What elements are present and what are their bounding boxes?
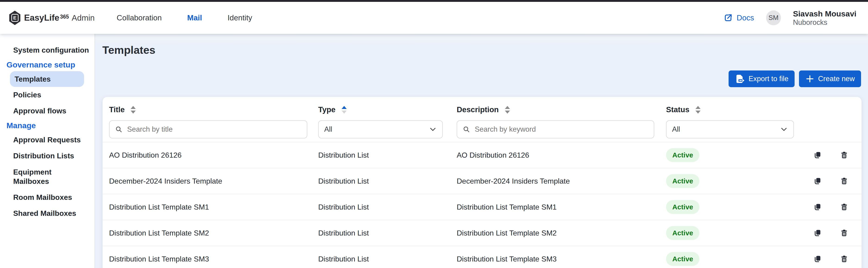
sidebar-item-approval-flows[interactable]: Approval flows [0,103,94,119]
trash-icon [840,229,848,237]
docs-link[interactable]: Docs [723,13,754,23]
brand-hexagon-icon: E [9,11,20,25]
sidebar-item-room-mailboxes[interactable]: Room Mailboxes [0,189,94,205]
status-badge: Active [666,200,700,214]
cell-description: December-2024 Insiders Template [457,177,666,185]
copy-icon [813,151,821,159]
cell-title: Distribution List Template SM3 [109,255,318,263]
tab-mail[interactable]: Mail [187,13,202,22]
sidebar-item-shared-mailboxes[interactable]: Shared Mailboxes [0,205,94,221]
description-search-input[interactable] [474,125,648,134]
user-name: Siavash Mousavi [793,9,857,18]
delete-button[interactable] [840,229,848,237]
copy-icon [813,177,821,185]
cell-type: Distribution List [318,151,457,159]
row-actions [796,203,862,211]
cell-description: Distribution List Template SM1 [457,203,666,211]
top-window-strip [0,0,868,2]
copy-button[interactable] [813,229,821,237]
row-actions [796,177,862,185]
cell-type: Distribution List [318,255,457,263]
table-row[interactable]: AO Distribution 26126Distribution ListAO… [102,142,862,168]
sort-icon [505,106,510,114]
title-search-box [109,120,307,139]
status-badge: Active [666,148,700,162]
status-badge: Active [666,226,700,240]
tab-collaboration[interactable]: Collaboration [117,13,162,22]
row-actions [796,151,862,159]
copy-icon [813,203,821,211]
delete-button[interactable] [840,255,848,263]
table-filter-row: AllAll [102,117,862,142]
trash-icon [840,177,848,185]
primary-nav-tabs: CollaborationMailIdentity [117,13,252,22]
cell-title: Distribution List Template SM1 [109,203,318,211]
export-to-file-button[interactable]: Export to file [728,70,795,87]
sort-icon [131,106,136,114]
col-header-type[interactable]: Type [318,105,457,114]
col-header-title[interactable]: Title [109,105,318,114]
delete-button[interactable] [840,203,848,211]
sidebar-section-governance-setup: Governance setup [0,58,94,71]
copy-icon [813,255,821,263]
tab-identity[interactable]: Identity [227,13,252,22]
sidebar-section-manage: Manage [0,119,94,132]
sidebar-item-approval-requests[interactable]: Approval Requests [0,132,94,148]
trash-icon [840,203,848,211]
page-title: Templates [95,34,868,56]
external-link-icon [723,13,733,23]
page-actions: Export to file Create new [728,70,861,87]
table-body: AO Distribution 26126Distribution ListAO… [102,142,862,268]
status-filter-select[interactable]: All [666,120,794,139]
brand-name: EasyLife365 Admin [24,13,95,23]
table-row[interactable]: Distribution List Template SM1Distributi… [102,194,862,220]
description-search-box [457,120,654,139]
sidebar-item-system-configuration[interactable]: System configuration [0,42,94,58]
cell-description: AO Distribution 26126 [457,151,666,159]
table-row[interactable]: Distribution List Template SM2Distributi… [102,220,862,246]
sort-icon [695,106,701,114]
copy-button[interactable] [813,255,821,263]
sidebar-item-distribution-lists[interactable]: Distribution Lists [0,148,94,164]
col-header-status[interactable]: Status [666,105,796,114]
search-icon [463,126,470,133]
status-badge: Active [666,252,700,266]
copy-icon [813,229,821,237]
sidebar-item-templates[interactable]: Templates [10,71,84,87]
status-badge: Active [666,174,700,188]
cell-title: December-2024 Insiders Template [109,177,318,185]
plus-icon [805,74,814,84]
delete-button[interactable] [840,151,848,159]
create-new-button[interactable]: Create new [799,70,861,87]
trash-icon [840,255,848,263]
table-row[interactable]: December-2024 Insiders TemplateDistribut… [102,168,862,194]
table-header-row: TitleTypeDescriptionStatus [102,102,862,117]
templates-table-card: TitleTypeDescriptionStatus AllAll AO Dis… [102,97,862,268]
docs-label: Docs [737,13,754,22]
sidebar-item-equipment-mailboxes[interactable]: Equipment Mailboxes [0,164,94,189]
avatar[interactable]: SM [766,10,781,25]
user-block[interactable]: Siavash Mousavi Nuborocks [793,9,857,27]
navbar-right: Docs SM Siavash Mousavi Nuborocks [723,9,857,27]
cell-type: Distribution List [318,177,457,185]
app-logo[interactable]: E EasyLife365 Admin [9,11,95,25]
table-row[interactable]: Distribution List Template SM3Distributi… [102,246,862,268]
cell-title: AO Distribution 26126 [109,151,318,159]
title-search-input[interactable] [127,125,301,134]
delete-button[interactable] [840,177,848,185]
sidebar-nav: System configurationGovernance setupTemp… [0,34,95,268]
copy-button[interactable] [813,203,821,211]
sidebar-item-policies[interactable]: Policies [0,87,94,103]
col-header-description[interactable]: Description [457,105,666,114]
copy-button[interactable] [813,151,821,159]
row-actions [796,229,862,237]
cell-title: Distribution List Template SM2 [109,229,318,237]
row-actions [796,255,862,263]
copy-button[interactable] [813,177,821,185]
cell-description: Distribution List Template SM2 [457,229,666,237]
top-navbar: E EasyLife365 Admin CollaborationMailIde… [0,2,868,34]
type-filter-select[interactable]: All [318,120,443,139]
user-organization: Nuborocks [793,18,857,27]
file-export-icon [735,74,745,84]
cell-description: Distribution List Template SM3 [457,255,666,263]
